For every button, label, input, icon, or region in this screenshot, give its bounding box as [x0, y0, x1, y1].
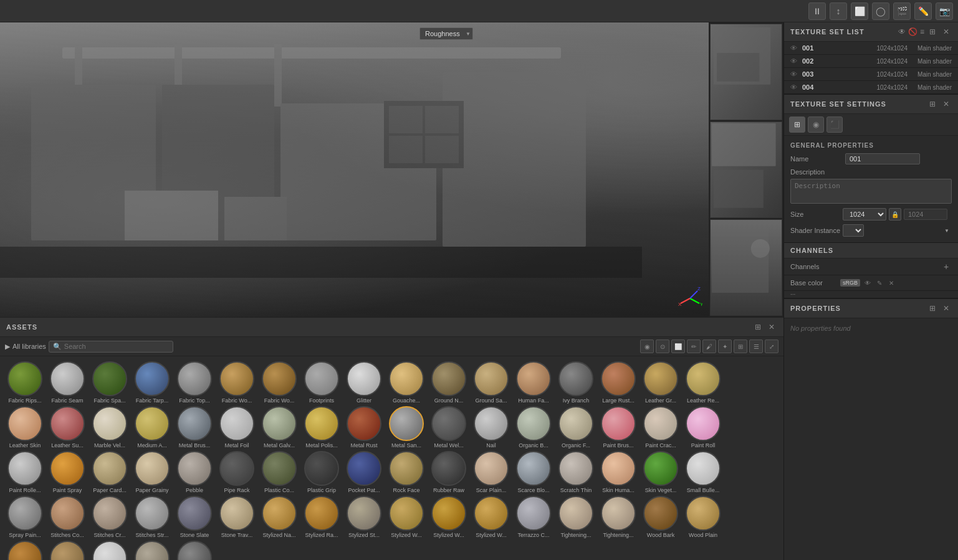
asset-item-14[interactable]: Large Rust...	[598, 361, 638, 404]
photo-btn[interactable]: 📷	[936, 2, 953, 20]
asset-item-57[interactable]: Stylized Na...	[259, 496, 299, 538]
asset-item-26[interactable]: Metal San...	[386, 406, 426, 448]
mini-thumb-1[interactable]	[710, 24, 782, 120]
asset-item-17[interactable]: Leather Skin	[5, 406, 45, 448]
asset-item-28[interactable]: Nail	[471, 406, 511, 448]
asset-item-46[interactable]: Scarce Blo...	[514, 451, 553, 493]
asset-item-33[interactable]: Paint Roll	[683, 406, 723, 448]
props-expand-btn[interactable]: ⊞	[927, 303, 938, 314]
asset-item-0[interactable]: Fabric Rips...	[5, 361, 45, 404]
asset-item-8[interactable]: Glitter	[344, 361, 384, 404]
asset-item-44[interactable]: Rubber Raw	[429, 451, 469, 493]
asset-item-56[interactable]: Stone Trav...	[217, 496, 257, 538]
tss-tab-sphere[interactable]: ◉	[808, 116, 824, 133]
asset-item-49[interactable]: Skin Veget...	[641, 451, 681, 493]
asset-item-52[interactable]: Stitches Co...	[47, 496, 87, 538]
asset-item-36[interactable]: Paper Card...	[90, 451, 130, 493]
asset-item-34[interactable]: Paint Rolle...	[5, 451, 45, 493]
asset-item-15[interactable]: Leather Gr...	[641, 361, 681, 404]
asset-item-19[interactable]: Marble Vel...	[90, 406, 130, 448]
base-color-eye-btn[interactable]: 👁	[863, 278, 873, 288]
texture-list-item-001[interactable]: 👁 001 1024x1024 Main shader	[784, 42, 958, 55]
brush-btn[interactable]: ✏️	[914, 2, 932, 20]
alpha-view-btn[interactable]: ✦	[718, 339, 732, 353]
asset-item-43[interactable]: Rock Face	[386, 451, 426, 493]
size-select[interactable]: 1024 512 2048 4096	[843, 208, 886, 221]
asset-item-12[interactable]: Human Fa...	[514, 361, 553, 404]
all-libraries-label[interactable]: ▶ All libraries	[5, 343, 46, 351]
assets-grid[interactable]: Fabric Rips... Fabric Seam Fabric Spa...…	[0, 356, 783, 560]
asset-item-48[interactable]: Skin Huma...	[598, 451, 638, 493]
asset-item-30[interactable]: Organic F...	[556, 406, 596, 448]
base-color-edit-btn[interactable]: ✎	[874, 278, 884, 288]
asset-item-54[interactable]: Stitches Str...	[132, 496, 172, 538]
asset-item-55[interactable]: Stone Slate	[175, 496, 214, 538]
asset-item-32[interactable]: Paint Crac...	[641, 406, 681, 448]
tsl-close-btn[interactable]: ✕	[941, 26, 952, 37]
list-view-btn[interactable]: ☰	[749, 339, 763, 353]
pause-btn[interactable]: ⏸	[808, 2, 826, 20]
mini-thumb-3[interactable]	[710, 219, 782, 316]
tex-eye-icon-004[interactable]: 👁	[790, 83, 797, 91]
assets-close-btn[interactable]: ✕	[766, 321, 777, 333]
asset-item-25[interactable]: Metal Rust	[344, 406, 384, 448]
brush-view-btn[interactable]: 🖌	[702, 339, 716, 353]
base-color-close-btn[interactable]: ✕	[886, 278, 896, 288]
asset-item-5[interactable]: Fabric Wo...	[217, 361, 257, 404]
transform-btn[interactable]: ↕	[830, 2, 847, 20]
asset-item-23[interactable]: Metal Galv...	[259, 406, 299, 448]
asset-item-38[interactable]: Pebble	[175, 451, 214, 493]
asset-item-22[interactable]: Metal Foil	[217, 406, 257, 448]
sphere-view-btn[interactable]: ◉	[640, 339, 654, 353]
asset-item-2[interactable]: Fabric Spa...	[90, 361, 130, 404]
asset-item-29[interactable]: Organic B...	[514, 406, 553, 448]
asset-item-61[interactable]: Stylized W...	[429, 496, 469, 538]
asset-item-68[interactable]: Mat R5A	[5, 541, 45, 560]
asset-item-13[interactable]: Ivy Branch	[556, 361, 596, 404]
asset-item-31[interactable]: Paint Brus...	[598, 406, 638, 448]
paint-view-btn[interactable]: ✏	[687, 339, 701, 353]
asset-item-4[interactable]: Fabric Top...	[175, 361, 214, 404]
asset-item-37[interactable]: Paper Grainy	[132, 451, 172, 493]
tss-tab-grid[interactable]: ⬛	[826, 116, 843, 133]
3d-view-btn[interactable]: ⬜	[851, 2, 868, 20]
asset-item-41[interactable]: Plastic Grip	[302, 451, 342, 493]
description-textarea[interactable]	[790, 179, 952, 204]
asset-item-20[interactable]: Medium A...	[132, 406, 172, 448]
asset-item-60[interactable]: Stylized W...	[386, 496, 426, 538]
asset-item-51[interactable]: Spray Pain...	[5, 496, 45, 538]
asset-item-24[interactable]: Metal Polis...	[302, 406, 342, 448]
asset-item-21[interactable]: Metal Brus...	[175, 406, 214, 448]
asset-item-3[interactable]: Fabric Tarp...	[132, 361, 172, 404]
tsl-menu-icon[interactable]: ≡	[920, 27, 924, 36]
asset-item-6[interactable]: Fabric Wo...	[259, 361, 299, 404]
asset-item-11[interactable]: Ground Sa...	[471, 361, 511, 404]
asset-item-67[interactable]: Wood Plain	[683, 496, 723, 538]
props-close-btn[interactable]: ✕	[941, 303, 952, 314]
asset-item-47[interactable]: Scratch Thin	[556, 451, 596, 493]
asset-item-59[interactable]: Stylized St...	[344, 496, 384, 538]
roughness-channel-select[interactable]: Roughness	[419, 27, 473, 40]
tss-close-btn[interactable]: ✕	[941, 98, 952, 110]
texture-list-item-003[interactable]: 👁 003 1024x1024 Main shader	[784, 68, 958, 81]
flat-view-btn[interactable]: ⊙	[656, 339, 669, 353]
3d-viewport[interactable]: Roughness Roughness	[0, 22, 783, 317]
shader-select[interactable]	[843, 224, 864, 237]
asset-item-18[interactable]: Leather Su...	[47, 406, 87, 448]
asset-item-10[interactable]: Ground N...	[429, 361, 469, 404]
tss-tab-layers[interactable]: ⊞	[789, 116, 805, 133]
tsl-expand-btn[interactable]: ⊞	[927, 26, 938, 37]
tex-eye-icon-003[interactable]: 👁	[790, 70, 797, 78]
asset-item-1[interactable]: Fabric Seam	[47, 361, 87, 404]
asset-item-70[interactable]: Mat R5C	[90, 541, 130, 560]
asset-item-7[interactable]: Footprints	[302, 361, 342, 404]
search-input[interactable]	[64, 343, 169, 350]
asset-item-72[interactable]: Mat R5E	[175, 541, 214, 560]
eye-x-icon[interactable]: 🚫	[908, 27, 917, 36]
asset-item-27[interactable]: Metal Wel...	[429, 406, 469, 448]
expand-view-btn[interactable]: ⤢	[765, 339, 778, 353]
square-view-btn[interactable]: ⬜	[671, 339, 685, 353]
asset-item-64[interactable]: Tightening...	[556, 496, 596, 538]
asset-item-16[interactable]: Leather Re...	[683, 361, 723, 404]
lock-btn[interactable]: 🔒	[889, 208, 901, 221]
